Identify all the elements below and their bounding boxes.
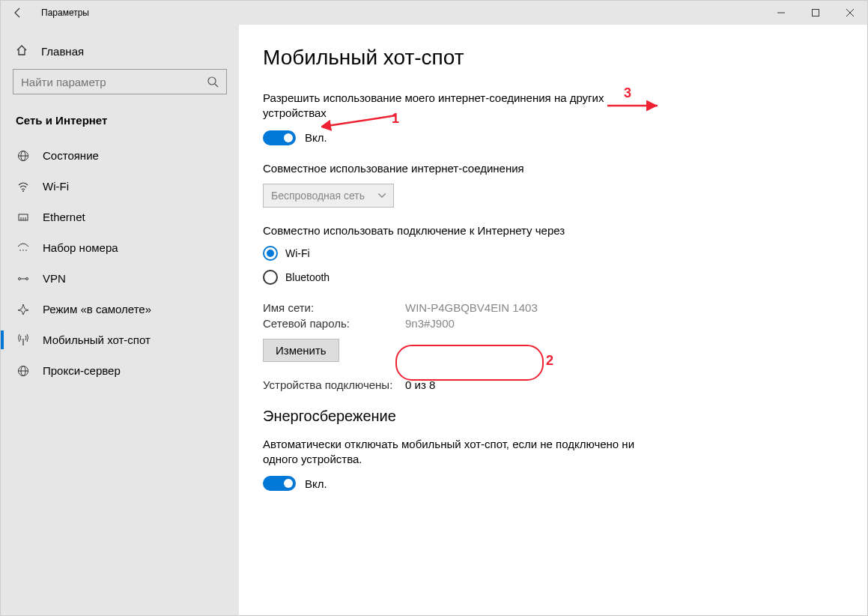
network-name-row: Имя сети: WIN-P4GBQBV4EIN 1403 — [263, 301, 652, 314]
sidebar-item-airplane[interactable]: Режим «в самолете» — [1, 294, 239, 324]
sidebar-item-status[interactable]: Состояние — [1, 140, 239, 171]
power-toggle-row: Вкл. — [263, 476, 652, 491]
sidebar: Главная Сеть и Интернет Состояние Wi-Fi … — [1, 25, 239, 615]
sidebar-item-label: Прокси-сервер — [43, 364, 121, 377]
sidebar-item-hotspot[interactable]: Мобильный хот-спот — [1, 324, 239, 355]
power-title: Энергосбережение — [263, 408, 652, 425]
vpn-icon — [16, 273, 31, 285]
share-toggle[interactable] — [263, 130, 296, 145]
sidebar-item-proxy[interactable]: Прокси-сервер — [1, 355, 239, 386]
dropdown-value: Беспроводная сеть — [271, 190, 365, 202]
sidebar-item-vpn[interactable]: VPN — [1, 263, 239, 294]
dialup-icon — [16, 242, 31, 254]
radio-bluetooth[interactable]: Bluetooth — [263, 270, 652, 285]
network-password-row: Сетевой пароль: 9n3#J900 — [263, 317, 652, 330]
sidebar-item-label: Состояние — [43, 149, 99, 162]
sidebar-item-label: Ethernet — [43, 211, 85, 223]
hotspot-icon — [16, 334, 31, 346]
connection-label: Совместное использование интернет-соедин… — [263, 162, 652, 175]
toggle-knob — [284, 479, 293, 488]
radio-wifi[interactable]: Wi-Fi — [263, 246, 652, 261]
sidebar-item-label: Набор номера — [43, 241, 118, 254]
sidebar-item-label: Режим «в самолете» — [43, 303, 151, 315]
power-toggle[interactable] — [263, 476, 296, 491]
titlebar: Параметры — [1, 1, 867, 25]
home-icon — [16, 44, 28, 58]
edit-button[interactable]: Изменить — [263, 339, 339, 362]
svg-point-9 — [22, 190, 24, 192]
home-link[interactable]: Главная — [1, 38, 239, 64]
search-icon — [207, 76, 219, 88]
airplane-icon — [16, 304, 31, 315]
category-header: Сеть и Интернет — [1, 108, 239, 140]
ethernet-icon — [16, 211, 31, 223]
radio-wifi-label: Wi-Fi — [285, 247, 310, 259]
sidebar-item-wifi[interactable]: Wi-Fi — [1, 171, 239, 202]
svg-point-18 — [26, 277, 28, 280]
minimize-icon — [777, 9, 785, 16]
connection-section: Совместное использование интернет-соедин… — [263, 162, 652, 208]
network-name-value: WIN-P4GBQBV4EIN 1403 — [405, 301, 538, 314]
page-title: Мобильный хот-спот — [263, 46, 652, 70]
svg-line-5 — [215, 84, 218, 87]
sidebar-item-label: VPN — [43, 272, 66, 285]
wifi-icon — [16, 181, 31, 193]
svg-point-16 — [25, 250, 27, 251]
container: Главная Сеть и Интернет Состояние Wi-Fi … — [1, 25, 867, 615]
annotation-box-2 — [395, 345, 544, 381]
annotation-2: 2 — [546, 353, 553, 369]
sidebar-item-dialup[interactable]: Набор номера — [1, 232, 239, 263]
radio-icon — [263, 246, 278, 261]
svg-point-15 — [22, 250, 24, 251]
close-icon — [846, 9, 854, 16]
svg-point-14 — [19, 250, 21, 251]
power-description: Автоматически отключать мобильный хот-сп… — [263, 437, 652, 468]
sidebar-item-label: Мобильный хот-спот — [43, 333, 151, 346]
minimize-button[interactable] — [764, 1, 798, 25]
maximize-button[interactable] — [798, 1, 833, 25]
home-label: Главная — [41, 45, 84, 58]
svg-rect-1 — [813, 10, 819, 16]
sidebar-item-label: Wi-Fi — [43, 180, 69, 193]
window-title: Параметры — [35, 7, 89, 18]
close-button[interactable] — [833, 1, 867, 25]
back-button[interactable] — [1, 1, 35, 25]
radio-icon — [263, 270, 278, 285]
proxy-icon — [16, 365, 31, 377]
search-input[interactable] — [21, 76, 193, 88]
network-password-value: 9n3#J900 — [405, 317, 455, 330]
status-icon — [16, 150, 31, 162]
radio-bluetooth-label: Bluetooth — [285, 271, 330, 283]
maximize-icon — [812, 9, 819, 16]
devices-label: Устройства подключены: — [263, 378, 405, 391]
connection-dropdown[interactable]: Беспроводная сеть — [263, 184, 394, 208]
network-name-label: Имя сети: — [263, 301, 405, 314]
arrow-left-icon — [12, 7, 24, 19]
window-controls — [764, 1, 867, 25]
svg-point-4 — [208, 77, 216, 85]
power-toggle-label: Вкл. — [305, 477, 327, 490]
annotation-arrow-3 — [604, 98, 664, 113]
sidebar-item-ethernet[interactable]: Ethernet — [1, 202, 239, 232]
svg-line-24 — [327, 115, 396, 126]
share-via-label: Совместно использовать подключение к Инт… — [263, 224, 652, 237]
share-via-section: Совместно использовать подключение к Инт… — [263, 224, 652, 285]
chevron-down-icon — [378, 193, 386, 198]
toggle-knob — [284, 133, 293, 142]
network-password-label: Сетевой пароль: — [263, 317, 405, 330]
search-box[interactable] — [13, 69, 227, 94]
annotation-arrow-1 — [321, 109, 401, 136]
svg-point-17 — [19, 277, 21, 280]
